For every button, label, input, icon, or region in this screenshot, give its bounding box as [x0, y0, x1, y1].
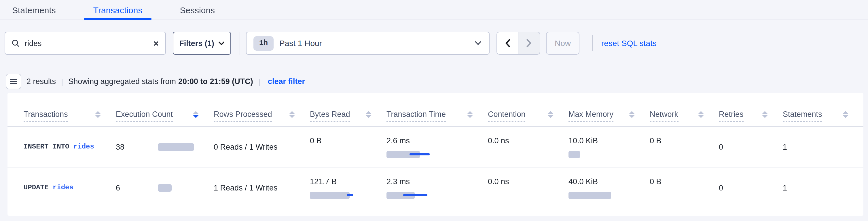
sort-arrows-icon[interactable] — [193, 111, 199, 118]
bar-chart — [310, 192, 379, 199]
search-icon — [11, 39, 20, 47]
cell-rows-processed: 0 Reads / 1 Writes — [207, 127, 303, 167]
sort-arrows-icon[interactable] — [366, 111, 372, 118]
bar — [568, 151, 580, 158]
cell-statements: 1 — [776, 167, 857, 208]
column-header-bytes-read[interactable]: Bytes Read — [303, 93, 379, 126]
column-header-transactions[interactable]: Transactions — [17, 93, 109, 126]
sort-arrows-icon[interactable] — [698, 111, 704, 118]
cell-network: 0 B — [643, 167, 712, 208]
column-label[interactable]: Statements — [783, 110, 822, 122]
cell-execution-count: 38 — [109, 127, 207, 167]
column-header-statements[interactable]: Statements — [776, 93, 857, 126]
transaction-fingerprint-link[interactable]: UPDATE rides — [24, 184, 73, 192]
transaction-fingerprint-link[interactable]: INSERT INTO rides — [24, 143, 94, 151]
column-label[interactable]: Transaction Time — [386, 110, 446, 122]
search-input[interactable]: rides ✕ — [5, 32, 166, 55]
time-range-dropdown[interactable]: 1h Past 1 Hour — [246, 32, 490, 55]
column-label[interactable]: Execution Count — [116, 110, 173, 122]
chevron-down-icon — [475, 41, 482, 45]
column-label[interactable]: Transactions — [24, 110, 68, 122]
bar — [158, 143, 194, 151]
filters-label: Filters (1) — [179, 39, 214, 48]
separator: | — [61, 77, 63, 86]
bar — [310, 192, 350, 199]
column-label[interactable]: Contention — [488, 110, 526, 122]
table-name-link[interactable]: rides — [73, 143, 94, 151]
sort-arrows-icon[interactable] — [843, 111, 848, 118]
cell-value: 38 — [116, 143, 158, 151]
column-label[interactable]: Network — [650, 110, 678, 122]
cell-rows-processed: 1 Reads / 1 Writes — [207, 167, 303, 208]
column-header-contention[interactable]: Contention — [481, 93, 562, 126]
cell-value: 40.0 KiB — [568, 176, 598, 187]
divider — [592, 35, 593, 51]
sort-arrows-icon[interactable] — [629, 111, 635, 118]
cell-value: 0 — [719, 143, 723, 151]
bar-chart — [488, 151, 562, 158]
column-header-max-memory[interactable]: Max Memory — [562, 93, 643, 126]
cell-value: 2.3 ms — [386, 176, 410, 187]
sql-keyword: UPDATE — [24, 184, 49, 192]
cell-transaction-time: 2.3 ms — [379, 167, 481, 208]
previous-time-window-button[interactable] — [496, 32, 518, 55]
cell-value: 0 B — [310, 135, 322, 146]
column-header-network[interactable]: Network — [643, 93, 712, 126]
bar-stddev-line — [403, 194, 427, 196]
bar — [158, 184, 172, 191]
sort-arrows-icon[interactable] — [95, 111, 101, 118]
tab-sessions[interactable]: Sessions — [170, 0, 224, 20]
column-label[interactable]: Retries — [719, 110, 744, 122]
bar-chart — [650, 192, 712, 199]
reset-sql-stats-link[interactable]: reset SQL stats — [601, 32, 657, 55]
sort-arrows-icon[interactable] — [762, 111, 768, 118]
filters-button[interactable]: Filters (1) — [173, 32, 231, 55]
results-summary: 2 results | Showing aggregated stats fro… — [27, 74, 305, 89]
column-selector-button[interactable] — [6, 74, 21, 89]
tab-statements[interactable]: Statements — [3, 0, 65, 20]
chevron-left-icon — [505, 39, 510, 47]
tab-transactions[interactable]: Transactions — [84, 0, 152, 20]
bar-chart — [650, 151, 712, 158]
divider — [240, 32, 240, 55]
time-range-label: Past 1 Hour — [279, 38, 322, 48]
table-row: INSERT INTO rides 38 0 Reads / 1 Writes … — [7, 127, 863, 167]
search-value: rides — [25, 39, 42, 48]
cell-max-memory: 10.0 KiB — [562, 127, 643, 167]
sort-arrows-icon[interactable] — [289, 111, 295, 118]
sort-arrows-icon[interactable] — [548, 111, 554, 118]
cell-bytes-read: 0 B — [303, 127, 379, 167]
column-header-execution-count[interactable]: Execution Count — [109, 93, 207, 126]
column-label[interactable]: Max Memory — [568, 110, 613, 122]
cell-transaction-time: 2.6 ms — [379, 127, 481, 167]
results-count: 2 results — [27, 77, 56, 86]
clear-search-icon[interactable]: ✕ — [153, 32, 159, 55]
sql-activity-page: Statements Transactions Sessions rides ✕… — [0, 0, 868, 221]
now-button[interactable]: Now — [546, 32, 580, 55]
cell-value: 6 — [116, 183, 158, 192]
tab-sessions-label: Sessions — [180, 5, 215, 15]
separator: | — [258, 77, 260, 86]
cell-value: 1 Reads / 1 Writes — [214, 183, 278, 192]
next-time-window-button[interactable] — [518, 32, 540, 55]
clear-filter-link[interactable]: clear filter — [268, 77, 305, 86]
bar-chart — [386, 151, 481, 158]
stats-time-range: 20:00 to 21:59 (UTC) — [178, 77, 253, 86]
table-name-link[interactable]: rides — [53, 184, 73, 192]
sort-arrows-icon[interactable] — [467, 111, 473, 118]
chevron-down-icon — [218, 41, 225, 45]
tab-statements-label: Statements — [12, 5, 56, 15]
column-header-transaction-time[interactable]: Transaction Time — [379, 93, 481, 126]
cell-value: 10.0 KiB — [568, 135, 598, 146]
column-header-retries[interactable]: Retries — [712, 93, 776, 126]
bar-chart — [310, 151, 379, 158]
column-label[interactable]: Bytes Read — [310, 110, 350, 122]
column-label[interactable]: Rows Processed — [214, 110, 272, 122]
bar-chart — [386, 192, 481, 199]
column-header-rows-processed[interactable]: Rows Processed — [207, 93, 303, 126]
cell-value: 0 B — [650, 176, 661, 187]
chevron-right-icon — [526, 39, 532, 47]
cell-value: 2.6 ms — [386, 135, 410, 146]
table-row: UPDATE rides 6 1 Reads / 1 Writes 121.7 … — [7, 167, 863, 208]
table-header-row: Transactions Execution Count Rows Proces… — [7, 93, 863, 127]
